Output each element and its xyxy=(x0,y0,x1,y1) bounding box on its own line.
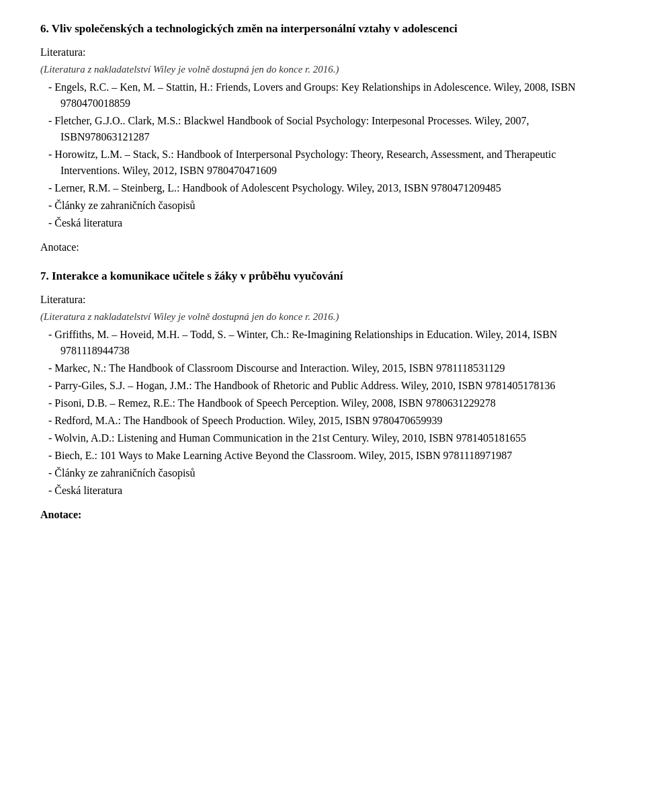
section-6-wiley-note: (Literatura z nakladatelství Wiley je vo… xyxy=(40,62,605,77)
list-item: Parry-Giles, S.J. – Hogan, J.M.: The Han… xyxy=(40,378,605,394)
list-item: Pisoni, D.B. – Remez, R.E.: The Handbook… xyxy=(40,395,605,411)
section-7-heading: 7. Interakce a komunikace učitele s žáky… xyxy=(40,268,605,285)
literatura-label-6: Literatura: xyxy=(40,46,86,58)
section-7-wiley-note: (Literatura z nakladatelství Wiley je vo… xyxy=(40,309,605,325)
section-6-list: Engels, R.C. – Ken, M. – Stattin, H.: Fr… xyxy=(40,79,605,231)
list-item: Články ze zahraničních časopisů xyxy=(40,198,605,214)
list-item: Česká literatura xyxy=(40,483,605,499)
section-6-heading: 6. Vliv společenských a technologických … xyxy=(40,20,605,38)
section-6-anotace: Anotace: xyxy=(40,239,605,255)
section-7: 7. Interakce a komunikace učitele s žáky… xyxy=(40,268,605,523)
section-6-literatura-label: Literatura: xyxy=(40,44,605,60)
list-item: Česká literatura xyxy=(40,215,605,231)
section-6: 6. Vliv společenských a technologických … xyxy=(40,20,605,255)
list-item: Fletcher, G.J.O.. Clark, M.S.: Blackwel … xyxy=(40,113,605,145)
section-7-title: Interakce a komunikace učitele s žáky v … xyxy=(52,270,343,282)
section-7-anotace: Anotace: xyxy=(40,507,605,523)
list-item: Redford, M.A.: The Handbook of Speech Pr… xyxy=(40,413,605,429)
wiley-note-6: (Literatura z nakladatelství Wiley je vo… xyxy=(40,64,339,75)
section-6-title: Vliv společenských a technologických změ… xyxy=(52,22,458,35)
section-6-number: 6. xyxy=(40,22,49,35)
list-item: Griffiths, M. – Hoveid, M.H. – Todd, S. … xyxy=(40,327,605,359)
list-item: Engels, R.C. – Ken, M. – Stattin, H.: Fr… xyxy=(40,79,605,112)
wiley-note-7: (Literatura z nakladatelství Wiley je vo… xyxy=(40,311,339,322)
literatura-label-7: Literatura: xyxy=(40,294,86,305)
list-item: Wolvin, A.D.: Listening and Human Commun… xyxy=(40,430,605,446)
list-item: Markec, N.: The Handbook of Classroom Di… xyxy=(40,360,605,376)
section-7-number: 7. xyxy=(40,270,49,282)
anotace-label-7: Anotace: xyxy=(40,509,81,520)
page-content: 6. Vliv společenských a technologických … xyxy=(40,20,605,523)
list-item: Biech, E.: 101 Ways to Make Learning Act… xyxy=(40,448,605,464)
section-7-list: Griffiths, M. – Hoveid, M.H. – Todd, S. … xyxy=(40,327,605,499)
list-item: Články ze zahraničních časopisů xyxy=(40,465,605,481)
list-item: Horowitz, L.M. – Stack, S.: Handbook of … xyxy=(40,147,605,179)
anotace-label-6: Anotace: xyxy=(40,241,79,253)
list-item: Lerner, R.M. – Steinberg, L.: Handbook o… xyxy=(40,180,605,196)
section-7-literatura-label: Literatura: xyxy=(40,292,605,308)
